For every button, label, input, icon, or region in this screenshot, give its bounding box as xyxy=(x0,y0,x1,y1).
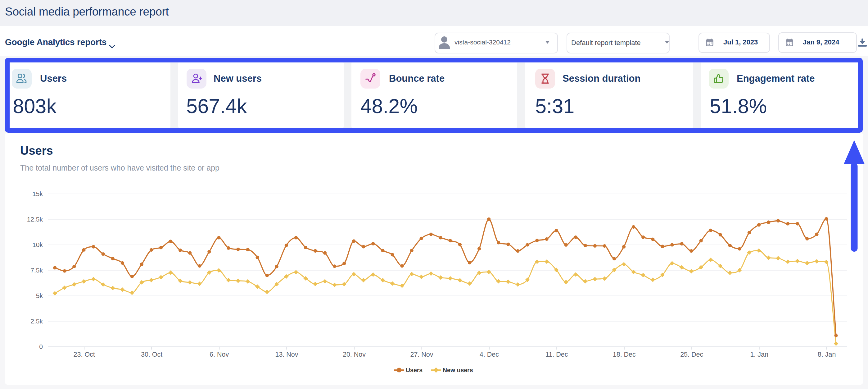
svg-text:1. Jan: 1. Jan xyxy=(750,351,768,358)
svg-text:20. Nov: 20. Nov xyxy=(343,351,366,358)
svg-text:Users: Users xyxy=(406,367,423,373)
svg-text:27. Nov: 27. Nov xyxy=(410,351,433,358)
svg-text:12.5k: 12.5k xyxy=(27,216,43,223)
svg-text:10k: 10k xyxy=(32,241,43,248)
svg-text:18. Dec: 18. Dec xyxy=(613,351,636,358)
svg-text:15k: 15k xyxy=(32,190,43,197)
svg-text:8. Jan: 8. Jan xyxy=(818,351,836,358)
svg-text:13. Nov: 13. Nov xyxy=(275,351,298,358)
svg-text:New users: New users xyxy=(443,367,473,373)
svg-text:2.5k: 2.5k xyxy=(30,317,43,325)
svg-text:7.5k: 7.5k xyxy=(30,267,43,274)
svg-text:11. Dec: 11. Dec xyxy=(546,351,568,358)
svg-text:30. Oct: 30. Oct xyxy=(141,351,162,358)
svg-text:0: 0 xyxy=(39,343,43,350)
svg-text:25. Dec: 25. Dec xyxy=(680,351,703,358)
svg-text:5k: 5k xyxy=(36,292,43,299)
svg-text:4. Dec: 4. Dec xyxy=(479,351,499,358)
svg-text:6. Nov: 6. Nov xyxy=(210,351,229,358)
svg-text:23. Oct: 23. Oct xyxy=(73,351,95,358)
